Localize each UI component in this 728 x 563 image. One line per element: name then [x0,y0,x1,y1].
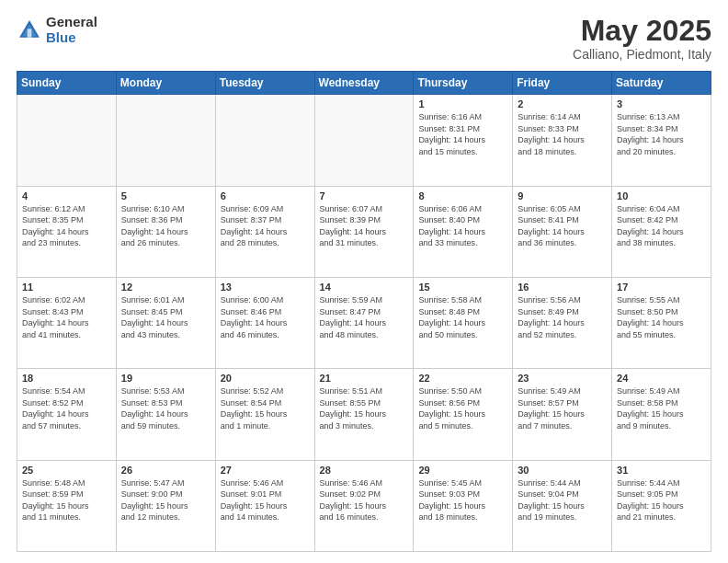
day-number: 24 [617,373,706,384]
table-row: 25Sunrise: 5:48 AMSunset: 8:59 PMDayligh… [17,460,117,551]
logo-icon [17,17,42,43]
table-row: 8Sunrise: 6:06 AMSunset: 8:40 PMDaylight… [414,186,513,277]
logo: General Blue [17,15,97,45]
table-row: 10Sunrise: 6:04 AMSunset: 8:42 PMDayligh… [612,186,711,277]
table-row: 27Sunrise: 5:46 AMSunset: 9:01 PMDayligh… [215,460,314,551]
table-row: 5Sunrise: 6:10 AMSunset: 8:36 PMDaylight… [116,186,215,277]
day-number: 18 [22,373,111,384]
day-number: 1 [418,98,507,109]
table-row: 20Sunrise: 5:52 AMSunset: 8:54 PMDayligh… [215,369,314,460]
day-info: Sunrise: 5:45 AMSunset: 9:03 PMDaylight:… [418,477,507,523]
day-info: Sunrise: 6:10 AMSunset: 8:36 PMDaylight:… [121,203,210,249]
table-row: 13Sunrise: 6:00 AMSunset: 8:46 PMDayligh… [215,277,314,368]
table-row: 4Sunrise: 6:12 AMSunset: 8:35 PMDaylight… [17,186,117,277]
day-info: Sunrise: 6:16 AMSunset: 8:31 PMDaylight:… [418,111,507,157]
day-info: Sunrise: 5:58 AMSunset: 8:48 PMDaylight:… [418,294,507,340]
day-info: Sunrise: 5:50 AMSunset: 8:56 PMDaylight:… [418,385,507,431]
table-row: 6Sunrise: 6:09 AMSunset: 8:37 PMDaylight… [215,186,314,277]
day-info: Sunrise: 6:01 AMSunset: 8:45 PMDaylight:… [121,294,210,340]
day-info: Sunrise: 6:14 AMSunset: 8:33 PMDaylight:… [518,111,607,157]
day-number: 11 [22,282,111,293]
col-friday: Friday [513,72,612,95]
day-info: Sunrise: 5:51 AMSunset: 8:55 PMDaylight:… [320,385,409,431]
table-row: 9Sunrise: 6:05 AMSunset: 8:41 PMDaylight… [513,186,612,277]
day-number: 25 [22,465,111,476]
logo-text: General Blue [46,15,97,45]
day-info: Sunrise: 5:49 AMSunset: 8:58 PMDaylight:… [617,385,706,431]
table-row: 24Sunrise: 5:49 AMSunset: 8:58 PMDayligh… [612,369,711,460]
day-number: 29 [418,465,507,476]
day-number: 30 [518,465,607,476]
day-number: 17 [617,282,706,293]
calendar-header-row: Sunday Monday Tuesday Wednesday Thursday… [17,72,711,95]
table-row: 31Sunrise: 5:44 AMSunset: 9:05 PMDayligh… [612,460,711,551]
day-number: 16 [518,282,607,293]
table-row [17,95,117,186]
day-number: 31 [617,465,706,476]
day-number: 26 [121,465,210,476]
day-info: Sunrise: 5:52 AMSunset: 8:54 PMDaylight:… [221,385,310,431]
table-row [314,95,414,186]
logo-general-text: General [46,15,97,30]
day-info: Sunrise: 6:06 AMSunset: 8:40 PMDaylight:… [418,203,507,249]
table-row: 14Sunrise: 5:59 AMSunset: 8:47 PMDayligh… [314,277,414,368]
day-info: Sunrise: 5:59 AMSunset: 8:47 PMDaylight:… [320,294,409,340]
day-number: 12 [121,282,210,293]
table-row: 22Sunrise: 5:50 AMSunset: 8:56 PMDayligh… [414,369,513,460]
day-info: Sunrise: 6:05 AMSunset: 8:41 PMDaylight:… [518,203,607,249]
day-number: 8 [418,190,507,201]
calendar-table: Sunday Monday Tuesday Wednesday Thursday… [17,71,711,552]
day-number: 22 [418,373,507,384]
title-location: Calliano, Piedmont, Italy [573,47,711,62]
calendar-week-4: 18Sunrise: 5:54 AMSunset: 8:52 PMDayligh… [17,369,711,460]
table-row: 29Sunrise: 5:45 AMSunset: 9:03 PMDayligh… [414,460,513,551]
day-number: 20 [221,373,310,384]
day-number: 23 [518,373,607,384]
day-number: 13 [221,282,310,293]
svg-rect-2 [28,29,32,37]
day-info: Sunrise: 5:44 AMSunset: 9:04 PMDaylight:… [518,477,607,523]
table-row: 19Sunrise: 5:53 AMSunset: 8:53 PMDayligh… [116,369,215,460]
day-info: Sunrise: 6:12 AMSunset: 8:35 PMDaylight:… [22,203,111,249]
day-number: 6 [221,190,310,201]
calendar-week-1: 1Sunrise: 6:16 AMSunset: 8:31 PMDaylight… [17,95,711,186]
day-number: 5 [121,190,210,201]
table-row: 17Sunrise: 5:55 AMSunset: 8:50 PMDayligh… [612,277,711,368]
day-number: 14 [320,282,409,293]
day-number: 2 [518,98,607,109]
day-number: 28 [320,465,409,476]
day-info: Sunrise: 5:46 AMSunset: 9:01 PMDaylight:… [221,477,310,523]
table-row: 3Sunrise: 6:13 AMSunset: 8:34 PMDaylight… [612,95,711,186]
calendar-week-3: 11Sunrise: 6:02 AMSunset: 8:43 PMDayligh… [17,277,711,368]
day-number: 27 [221,465,310,476]
day-number: 19 [121,373,210,384]
day-info: Sunrise: 5:47 AMSunset: 9:00 PMDaylight:… [121,477,210,523]
title-month: May 2025 [573,15,711,47]
day-info: Sunrise: 5:46 AMSunset: 9:02 PMDaylight:… [320,477,409,523]
col-wednesday: Wednesday [314,72,414,95]
col-tuesday: Tuesday [215,72,314,95]
table-row: 12Sunrise: 6:01 AMSunset: 8:45 PMDayligh… [116,277,215,368]
day-info: Sunrise: 6:00 AMSunset: 8:46 PMDaylight:… [221,294,310,340]
day-info: Sunrise: 5:49 AMSunset: 8:57 PMDaylight:… [518,385,607,431]
col-thursday: Thursday [414,72,513,95]
day-number: 3 [617,98,706,109]
table-row [215,95,314,186]
table-row: 28Sunrise: 5:46 AMSunset: 9:02 PMDayligh… [314,460,414,551]
table-row: 11Sunrise: 6:02 AMSunset: 8:43 PMDayligh… [17,277,117,368]
col-saturday: Saturday [612,72,711,95]
table-row: 23Sunrise: 5:49 AMSunset: 8:57 PMDayligh… [513,369,612,460]
day-info: Sunrise: 6:02 AMSunset: 8:43 PMDaylight:… [22,294,111,340]
day-number: 21 [320,373,409,384]
table-row: 2Sunrise: 6:14 AMSunset: 8:33 PMDaylight… [513,95,612,186]
day-info: Sunrise: 6:07 AMSunset: 8:39 PMDaylight:… [320,203,409,249]
table-row: 1Sunrise: 6:16 AMSunset: 8:31 PMDaylight… [414,95,513,186]
table-row: 15Sunrise: 5:58 AMSunset: 8:48 PMDayligh… [414,277,513,368]
page: General Blue May 2025 Calliano, Piedmont… [0,0,728,563]
table-row: 21Sunrise: 5:51 AMSunset: 8:55 PMDayligh… [314,369,414,460]
day-number: 7 [320,190,409,201]
calendar-week-5: 25Sunrise: 5:48 AMSunset: 8:59 PMDayligh… [17,460,711,551]
table-row: 18Sunrise: 5:54 AMSunset: 8:52 PMDayligh… [17,369,117,460]
calendar-week-2: 4Sunrise: 6:12 AMSunset: 8:35 PMDaylight… [17,186,711,277]
day-info: Sunrise: 6:04 AMSunset: 8:42 PMDaylight:… [617,203,706,249]
